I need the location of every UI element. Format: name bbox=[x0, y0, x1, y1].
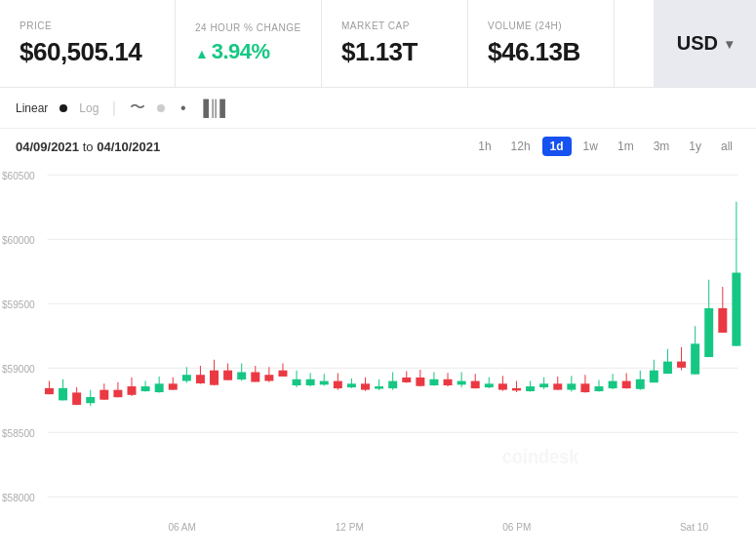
marketcap-label: MARKET CAP bbox=[341, 20, 448, 31]
svg-rect-86 bbox=[512, 388, 521, 391]
change-label: 24 HOUR % CHANGE bbox=[195, 22, 301, 33]
svg-text:06 PM: 06 PM bbox=[502, 520, 531, 533]
svg-rect-42 bbox=[210, 371, 219, 385]
svg-rect-22 bbox=[72, 392, 81, 405]
date-range-bar: 04/09/2021 to 04/10/2021 1h 12h 1d 1w 1m… bbox=[0, 129, 756, 164]
linear-label[interactable]: Linear bbox=[16, 101, 48, 115]
svg-rect-88 bbox=[526, 386, 535, 391]
time-btn-1y[interactable]: 1y bbox=[681, 137, 709, 156]
svg-rect-18 bbox=[45, 388, 54, 394]
svg-rect-60 bbox=[334, 381, 342, 389]
svg-rect-102 bbox=[622, 381, 631, 389]
price-stat: PRICE $60,505.14 bbox=[0, 0, 176, 87]
svg-rect-30 bbox=[128, 386, 137, 395]
svg-rect-98 bbox=[595, 386, 604, 391]
svg-rect-118 bbox=[732, 273, 740, 346]
svg-rect-92 bbox=[553, 383, 562, 389]
svg-rect-32 bbox=[141, 386, 150, 391]
volume-label: VOLUME (24H) bbox=[488, 20, 594, 31]
date-range: 04/09/2021 to 04/10/2021 bbox=[16, 140, 160, 154]
marketcap-stat: MARKET CAP $1.13T bbox=[322, 0, 468, 87]
svg-text:$60000: $60000 bbox=[2, 233, 35, 246]
svg-rect-100 bbox=[609, 381, 617, 389]
svg-text:06 AM: 06 AM bbox=[168, 520, 196, 533]
svg-rect-24 bbox=[86, 397, 95, 403]
price-label: PRICE bbox=[20, 20, 155, 31]
chart-svg: $60500 $60000 $59500 $59000 $58500 $5800… bbox=[0, 164, 748, 558]
svg-rect-40 bbox=[196, 375, 205, 383]
svg-rect-48 bbox=[251, 372, 259, 381]
svg-rect-38 bbox=[182, 375, 191, 380]
time-btn-all[interactable]: all bbox=[713, 137, 740, 156]
main-container: PRICE $60,505.14 24 HOUR % CHANGE 3.94% … bbox=[0, 0, 756, 558]
line-chart-icon[interactable]: 〜 bbox=[130, 98, 145, 118]
log-label[interactable]: Log bbox=[79, 101, 99, 115]
linear-dot bbox=[60, 104, 67, 112]
svg-rect-28 bbox=[113, 390, 122, 398]
svg-rect-84 bbox=[498, 383, 507, 389]
stats-bar: PRICE $60,505.14 24 HOUR % CHANGE 3.94% … bbox=[0, 0, 756, 88]
svg-text:Sat 10: Sat 10 bbox=[680, 520, 708, 533]
svg-rect-20 bbox=[59, 388, 67, 401]
svg-rect-74 bbox=[429, 379, 438, 385]
svg-rect-70 bbox=[402, 378, 411, 382]
time-btn-1h[interactable]: 1h bbox=[470, 137, 498, 156]
svg-rect-78 bbox=[458, 381, 466, 385]
svg-rect-62 bbox=[347, 383, 356, 387]
time-btn-1w[interactable]: 1w bbox=[576, 137, 606, 156]
svg-rect-114 bbox=[704, 308, 713, 357]
svg-rect-46 bbox=[237, 372, 246, 379]
svg-rect-94 bbox=[567, 383, 576, 389]
chart-controls: Linear Log │ 〜 • ▐║▌ bbox=[0, 88, 756, 129]
svg-rect-50 bbox=[264, 375, 273, 380]
svg-rect-58 bbox=[320, 381, 329, 385]
time-btn-1m[interactable]: 1m bbox=[610, 137, 642, 156]
svg-rect-80 bbox=[471, 381, 480, 389]
svg-text:$60500: $60500 bbox=[2, 169, 35, 181]
svg-text:$59500: $59500 bbox=[2, 298, 35, 310]
svg-rect-54 bbox=[293, 379, 301, 385]
svg-text:$58000: $58000 bbox=[2, 491, 35, 503]
svg-rect-34 bbox=[155, 383, 164, 392]
time-buttons: 1h 12h 1d 1w 1m 3m 1y all bbox=[470, 137, 740, 156]
candle-chart-icon[interactable]: • bbox=[180, 100, 186, 117]
svg-rect-72 bbox=[416, 378, 424, 386]
svg-rect-90 bbox=[539, 383, 548, 387]
svg-rect-36 bbox=[169, 383, 178, 389]
marketcap-value: $1.13T bbox=[341, 37, 448, 67]
svg-rect-108 bbox=[663, 362, 672, 375]
svg-rect-106 bbox=[650, 371, 658, 383]
time-btn-12h[interactable]: 12h bbox=[503, 137, 538, 156]
chart-area: $60500 $60000 $59500 $59000 $58500 $5800… bbox=[0, 164, 756, 558]
svg-text:$58500: $58500 bbox=[2, 426, 35, 439]
separator: │ bbox=[110, 101, 118, 115]
svg-rect-116 bbox=[718, 308, 727, 333]
svg-rect-82 bbox=[485, 383, 494, 387]
price-value: $60,505.14 bbox=[20, 37, 155, 67]
currency-button[interactable]: USD bbox=[654, 0, 756, 87]
svg-text:$59000: $59000 bbox=[2, 362, 35, 375]
svg-rect-64 bbox=[361, 383, 370, 389]
svg-rect-96 bbox=[580, 383, 589, 392]
svg-rect-76 bbox=[444, 379, 453, 385]
time-btn-3m[interactable]: 3m bbox=[646, 137, 678, 156]
volume-value: $46.13B bbox=[488, 37, 594, 67]
svg-text:coindesk: coindesk bbox=[502, 445, 579, 467]
svg-rect-56 bbox=[306, 379, 315, 385]
svg-rect-112 bbox=[691, 343, 699, 374]
svg-text:12 PM: 12 PM bbox=[336, 520, 364, 533]
change-value: 3.94% bbox=[195, 39, 301, 64]
svg-rect-44 bbox=[223, 371, 232, 380]
svg-rect-26 bbox=[99, 390, 108, 400]
line-dot bbox=[157, 104, 165, 112]
bar-chart-icon[interactable]: ▐║▌ bbox=[198, 100, 231, 117]
svg-rect-52 bbox=[278, 371, 287, 377]
svg-rect-104 bbox=[636, 379, 645, 389]
svg-rect-68 bbox=[388, 381, 397, 389]
change-stat: 24 HOUR % CHANGE 3.94% bbox=[176, 0, 322, 87]
svg-rect-110 bbox=[677, 362, 686, 368]
time-btn-1d[interactable]: 1d bbox=[542, 137, 572, 156]
svg-rect-66 bbox=[375, 386, 383, 389]
volume-stat: VOLUME (24H) $46.13B bbox=[468, 0, 615, 87]
